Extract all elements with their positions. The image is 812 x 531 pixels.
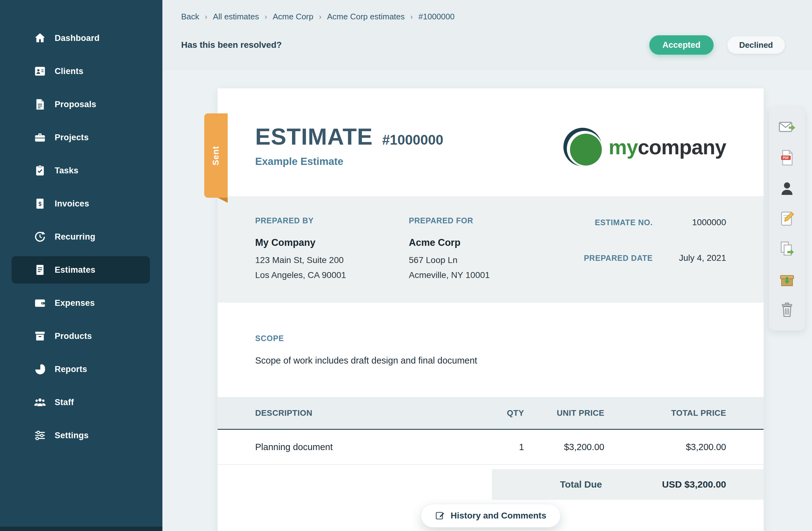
prepared-for-block: PREPARED FOR Acme Corp 567 Loop Ln Acmev… (409, 216, 584, 280)
company-logo-icon (563, 128, 602, 166)
sidebar-item-label: Staff (55, 398, 74, 407)
sidebar-item-tasks[interactable]: Tasks (12, 157, 150, 184)
cell-qty: 1 (471, 442, 524, 452)
prepared-date-label: PREPARED DATE (584, 254, 653, 263)
breadcrumb-separator: › (264, 13, 267, 21)
edit-icon (778, 210, 796, 227)
title-block: ESTIMATE #1000000 Example Estimate (255, 124, 443, 168)
client-icon (778, 180, 796, 197)
logo-part-my: my (609, 135, 638, 159)
edit-note-icon (435, 511, 445, 521)
duplicate-icon (778, 240, 796, 258)
sidebar-item-label: Invoices (55, 199, 89, 209)
cell-unit-price: $3,200.00 (524, 442, 604, 452)
pdf-download-icon: PDF (778, 149, 796, 167)
column-header-total-price: TOTAL PRICE (604, 408, 726, 418)
sidebar-item-dashboard[interactable]: Dashboard (12, 24, 150, 52)
download-pdf-button[interactable]: PDF (777, 148, 797, 168)
company-logo-text: mycompany (609, 135, 726, 159)
table-row: Planning document 1 $3,200.00 $3,200.00 (218, 430, 764, 465)
resolve-bar: Has this been resolved? Accepted Decline… (181, 35, 785, 55)
prepared-by-address2: Los Angeles, CA 90001 (255, 270, 409, 280)
breadcrumb-back[interactable]: Back (181, 12, 199, 21)
breadcrumb-client-estimates[interactable]: Acme Corp estimates (327, 12, 405, 21)
prepared-by-name: My Company (255, 237, 409, 248)
column-header-description: DESCRIPTION (255, 408, 471, 418)
line-items-table: DESCRIPTION QTY UNIT PRICE TOTAL PRICE P… (218, 397, 764, 465)
sidebar-item-products[interactable]: Products (12, 322, 150, 350)
edit-estimate-button[interactable] (777, 209, 797, 229)
scope-section: SCOPE Scope of work includes draft desig… (218, 303, 764, 366)
sent-status-ribbon: Sent (204, 113, 228, 198)
sidebar-item-label: Tasks (55, 166, 78, 175)
cell-description: Planning document (255, 442, 471, 452)
prepared-for-label: PREPARED FOR (409, 216, 584, 225)
send-email-icon (778, 119, 796, 136)
trash-icon (778, 301, 796, 319)
home-icon (33, 31, 46, 45)
sidebar-item-recurring[interactable]: Recurring (12, 223, 150, 250)
breadcrumb-client[interactable]: Acme Corp (273, 12, 313, 21)
column-header-unit-price: UNIT PRICE (524, 408, 604, 418)
send-email-button[interactable] (777, 117, 797, 138)
resolve-question: Has this been resolved? (181, 40, 282, 50)
sidebar-item-invoices[interactable]: $ Invoices (12, 190, 150, 217)
prepared-by-block: PREPARED BY My Company 123 Main St, Suit… (255, 216, 409, 280)
ribbon-label: Sent (211, 146, 221, 166)
document-title: ESTIMATE (255, 124, 373, 150)
proposal-document-icon (33, 98, 46, 111)
invoice-icon: $ (33, 197, 46, 210)
resolve-buttons: Accepted Declined (649, 35, 785, 55)
archive-download-button[interactable] (777, 270, 797, 289)
column-header-qty: QTY (471, 408, 524, 418)
prepared-for-address1: 567 Loop Ln (409, 255, 584, 265)
document-header: ESTIMATE #1000000 Example Estimate mycom… (218, 88, 764, 168)
document-actions-toolbar: PDF (769, 107, 805, 330)
delete-estimate-button[interactable] (777, 300, 797, 320)
clipboard-check-icon (33, 164, 46, 177)
history-arrow-icon (33, 230, 46, 243)
logo-part-company: company (638, 135, 726, 159)
sidebar: Dashboard Clients Proposals (0, 0, 162, 531)
client-view-button[interactable] (777, 178, 797, 198)
sidebar-item-label: Projects (55, 133, 89, 142)
sidebar-item-settings[interactable]: Settings (12, 422, 150, 449)
svg-text:PDF: PDF (783, 156, 789, 160)
declined-button[interactable]: Declined (727, 36, 785, 54)
breadcrumb-separator: › (205, 13, 207, 21)
document-subtitle: Example Estimate (255, 156, 443, 168)
prepared-for-name: Acme Corp (409, 237, 584, 248)
breadcrumb-separator: › (410, 13, 413, 21)
sidebar-item-staff[interactable]: Staff (12, 389, 150, 416)
sliders-icon (33, 429, 46, 442)
prepared-for-address2: Acmeville, NY 10001 (409, 270, 584, 280)
sidebar-item-label: Recurring (55, 232, 95, 242)
sidebar-item-expenses[interactable]: Expenses (12, 289, 150, 317)
duplicate-estimate-button[interactable] (777, 239, 797, 259)
sidebar-item-label: Dashboard (55, 33, 100, 43)
cell-total-price: $3,200.00 (604, 442, 726, 452)
people-icon (33, 396, 46, 409)
sidebar-item-estimates[interactable]: Estimates (12, 256, 150, 284)
accepted-button[interactable]: Accepted (649, 35, 714, 55)
sidebar-footer-strip (0, 527, 162, 531)
estimate-document: Sent ESTIMATE #1000000 Example Estimate (218, 88, 764, 531)
estimate-document-icon (33, 263, 46, 276)
sidebar-item-projects[interactable]: Projects (12, 124, 150, 151)
breadcrumb-separator: › (319, 13, 321, 21)
sidebar-item-reports[interactable]: Reports (12, 356, 150, 383)
sidebar-item-clients[interactable]: Clients (12, 57, 150, 85)
breadcrumb-all-estimates[interactable]: All estimates (213, 12, 259, 21)
estimate-meta-block: ESTIMATE NO. 1000000 PREPARED DATE July … (584, 217, 726, 280)
topbar: Back › All estimates › Acme Corp › Acme … (162, 0, 812, 69)
total-due-label: Total Due (492, 479, 602, 490)
company-logo: mycompany (563, 128, 726, 166)
history-and-comments-button[interactable]: History and Comments (421, 504, 561, 528)
content-area: Sent ESTIMATE #1000000 Example Estimate (162, 69, 812, 531)
briefcase-icon (33, 131, 46, 144)
sidebar-item-proposals[interactable]: Proposals (12, 90, 150, 118)
breadcrumb: Back › All estimates › Acme Corp › Acme … (181, 12, 785, 21)
totals-row: Total Due USD $3,200.00 (218, 469, 764, 500)
main-area: Back › All estimates › Acme Corp › Acme … (162, 0, 812, 531)
sidebar-item-label: Proposals (55, 100, 96, 109)
